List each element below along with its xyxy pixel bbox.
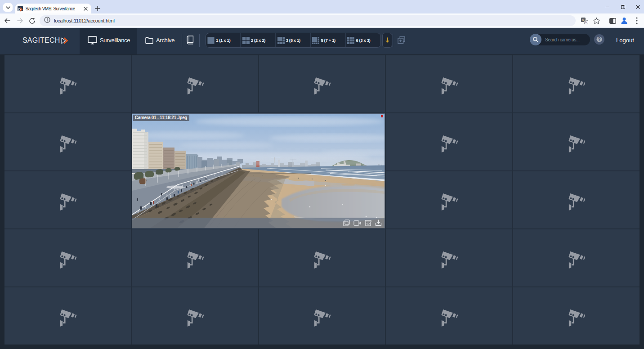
- svg-text:?: ?: [598, 36, 600, 42]
- svg-text:b: b: [585, 21, 587, 24]
